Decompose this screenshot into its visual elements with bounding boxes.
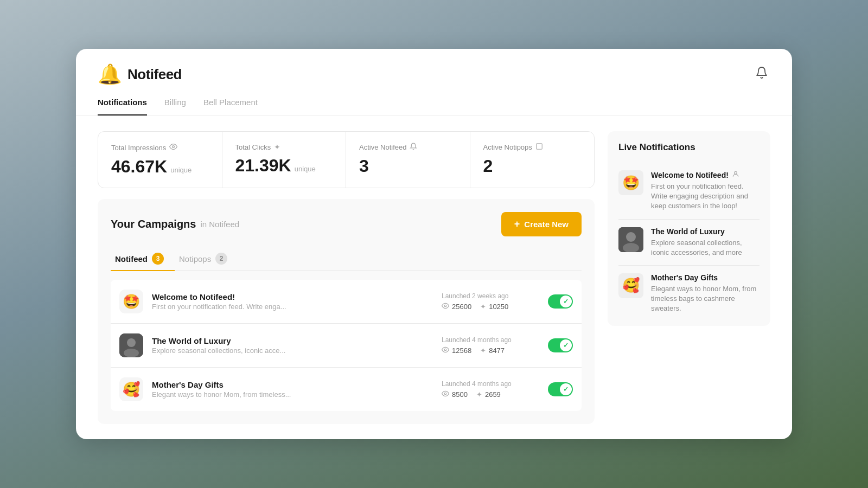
plus-icon: + bbox=[514, 219, 520, 230]
square-icon bbox=[535, 143, 543, 152]
star-icon: ✦ bbox=[274, 143, 280, 151]
clicks-2: 2659 bbox=[485, 390, 501, 399]
person-icon-0 bbox=[732, 170, 739, 179]
toggle-1[interactable]: ✓ bbox=[548, 338, 573, 352]
notipops-count-badge: 2 bbox=[215, 253, 227, 265]
campaign-name-2: Mother's Day Gifts bbox=[152, 380, 433, 389]
logo-icon: 🔔 bbox=[98, 65, 122, 84]
svg-point-0 bbox=[173, 146, 175, 148]
campaign-tabs: Notifeed 3 Notipops 2 bbox=[111, 247, 582, 271]
clicks-value: 21.39K bbox=[235, 156, 291, 176]
campaign-stats-1: Launched 4 months ago 12568 ✦ 8477 bbox=[442, 336, 539, 355]
live-avatar-1 bbox=[618, 227, 643, 252]
main-content: Total Impressions 46.67K unique Total Cl… bbox=[76, 116, 792, 439]
live-desc-1: Explore seasonal collections, iconic acc… bbox=[651, 238, 760, 258]
live-name-2: Mother's Day Gifts bbox=[651, 273, 718, 282]
campaign-info-1: The World of Luxury Explore seasonal col… bbox=[152, 336, 433, 355]
campaign-icon-2: 🥰 bbox=[119, 377, 143, 401]
svg-point-4 bbox=[127, 338, 136, 347]
live-item-0: 🤩 Welcome to Notifeed! First on your not… bbox=[618, 163, 760, 220]
tab-notipops[interactable]: Notipops 2 bbox=[175, 247, 238, 271]
spark-icon-0: ✦ bbox=[480, 303, 486, 311]
clicks-label: Total Clicks bbox=[235, 143, 271, 151]
right-col: Live Notifications 🤩 Welcome to Notifeed… bbox=[608, 131, 770, 424]
notipops-label: Active Notipops bbox=[483, 143, 532, 151]
spark-icon-1: ✦ bbox=[480, 346, 486, 355]
campaign-item: 🤩 Welcome to Notifeed! First on your not… bbox=[111, 280, 582, 324]
notifeed-label: Active Notifeed bbox=[359, 143, 406, 151]
spark-icon-2: ✦ bbox=[476, 390, 482, 399]
tab-notifications[interactable]: Notifications bbox=[98, 98, 147, 115]
left-col: Total Impressions 46.67K unique Total Cl… bbox=[98, 131, 595, 424]
campaign-icon-1 bbox=[119, 333, 143, 357]
views-2: 8500 bbox=[452, 390, 468, 399]
impressions-sub: unique bbox=[170, 166, 192, 174]
svg-point-6 bbox=[444, 349, 446, 351]
launched-1: Launched 4 months ago bbox=[442, 336, 539, 344]
stat-total-clicks: Total Clicks ✦ 21.39K unique bbox=[222, 132, 347, 188]
campaign-info-0: Welcome to Notifeed! First on your notif… bbox=[152, 292, 433, 311]
live-item-2: 🥰 Mother's Day Gifts Elegant ways to hon… bbox=[618, 266, 760, 322]
live-notifications-card: Live Notifications 🤩 Welcome to Notifeed… bbox=[608, 131, 770, 326]
svg-point-5 bbox=[124, 349, 139, 357]
eye-icon-1 bbox=[442, 346, 449, 355]
tab-bell-placement[interactable]: Bell Placement bbox=[203, 98, 258, 115]
impressions-label: Total Impressions bbox=[111, 144, 166, 152]
eye-icon-0 bbox=[442, 302, 449, 311]
campaign-stats-0: Launched 2 weeks ago 25600 ✦ 10250 bbox=[442, 292, 539, 311]
campaign-item: 🥰 Mother's Day Gifts Elegant ways to hon… bbox=[111, 368, 582, 411]
toggle-0[interactable]: ✓ bbox=[548, 294, 573, 309]
app-card: 🔔 Notifeed Notifications Billing Bell Pl… bbox=[76, 49, 792, 439]
nav-tabs: Notifications Billing Bell Placement bbox=[76, 85, 792, 116]
live-item-1: The World of Luxury Explore seasonal col… bbox=[618, 220, 760, 266]
header: 🔔 Notifeed bbox=[76, 49, 792, 85]
notipops-value: 2 bbox=[483, 156, 493, 176]
svg-point-7 bbox=[444, 393, 446, 395]
stats-row: Total Impressions 46.67K unique Total Cl… bbox=[98, 131, 595, 188]
logo-area: 🔔 Notifeed bbox=[98, 65, 182, 84]
campaign-desc-0: First on your notification feed. Write e… bbox=[152, 303, 433, 311]
notifeed-tab-label: Notifeed bbox=[115, 254, 148, 264]
live-name-0: Welcome to Notifeed! bbox=[651, 171, 729, 179]
create-btn-label: Create New bbox=[524, 220, 569, 229]
views-0: 25600 bbox=[452, 303, 471, 311]
eye-icon bbox=[169, 143, 177, 152]
app-name: Notifeed bbox=[127, 66, 182, 83]
live-desc-0: First on your notification feed. Write e… bbox=[651, 182, 760, 211]
notifeed-value: 3 bbox=[359, 156, 369, 176]
create-new-button[interactable]: + Create New bbox=[501, 212, 582, 236]
launched-2: Launched 4 months ago bbox=[442, 380, 539, 388]
notipops-tab-label: Notipops bbox=[179, 254, 211, 264]
impressions-value: 46.67K bbox=[111, 157, 167, 177]
views-1: 12568 bbox=[452, 346, 471, 355]
bell-icon bbox=[410, 143, 417, 152]
svg-point-10 bbox=[626, 232, 636, 242]
campaigns-card: Your Campaigns in Notifeed + Create New … bbox=[98, 199, 595, 424]
campaign-desc-2: Elegant ways to honor Mom, from timeless… bbox=[152, 390, 433, 399]
campaign-stats-2: Launched 4 months ago 8500 ✦ 2659 bbox=[442, 380, 539, 399]
notifeed-count-badge: 3 bbox=[152, 253, 164, 265]
campaign-icon-0: 🤩 bbox=[119, 290, 143, 313]
svg-point-8 bbox=[735, 171, 737, 174]
bell-button[interactable] bbox=[753, 64, 770, 85]
tab-notifeed[interactable]: Notifeed 3 bbox=[111, 247, 175, 271]
campaign-info-2: Mother's Day Gifts Elegant ways to honor… bbox=[152, 380, 433, 399]
svg-rect-1 bbox=[537, 144, 542, 150]
campaign-list: 🤩 Welcome to Notifeed! First on your not… bbox=[111, 280, 582, 411]
live-desc-2: Elegant ways to honor Mom, from timeless… bbox=[651, 284, 760, 314]
live-name-1: The World of Luxury bbox=[651, 227, 725, 236]
clicks-0: 10250 bbox=[489, 303, 508, 311]
clicks-sub: unique bbox=[295, 165, 316, 173]
tab-billing[interactable]: Billing bbox=[164, 98, 186, 115]
campaign-item: The World of Luxury Explore seasonal col… bbox=[111, 324, 582, 368]
live-avatar-2: 🥰 bbox=[618, 273, 643, 298]
campaigns-subtitle: in Notifeed bbox=[200, 220, 239, 229]
watermark: Notifeed: Header Notifications bbox=[662, 422, 770, 432]
clicks-1: 8477 bbox=[489, 346, 505, 355]
toggle-2[interactable]: ✓ bbox=[548, 382, 573, 396]
svg-point-2 bbox=[444, 305, 446, 307]
eye-icon-2 bbox=[442, 390, 449, 399]
live-title: Live Notifications bbox=[618, 142, 760, 153]
campaign-name-0: Welcome to Notifeed! bbox=[152, 292, 433, 301]
campaign-desc-1: Explore seasonal collections, iconic acc… bbox=[152, 346, 433, 355]
